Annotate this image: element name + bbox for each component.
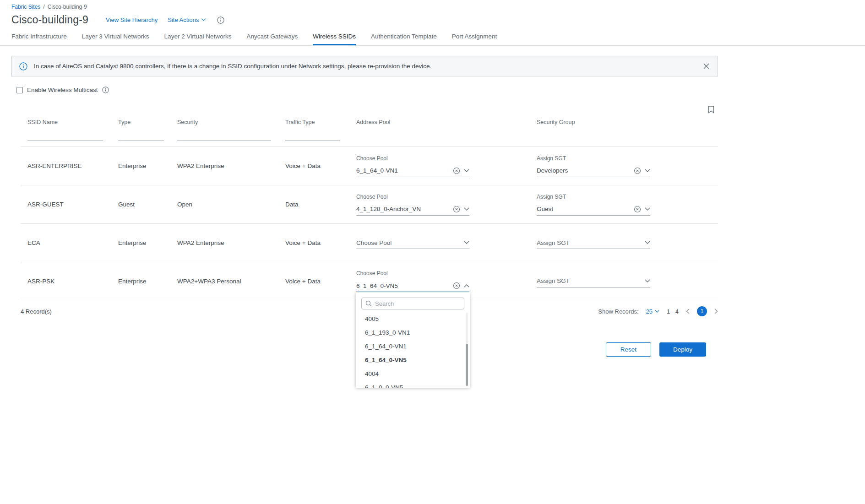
title-row: Cisco-building-9 View Site Hierarchy Sit… (11, 14, 865, 26)
address-pool-cell: Choose Pool 4_1_128_0-Anchor_VN (356, 185, 537, 223)
security-group-select[interactable]: Developers (537, 165, 650, 177)
chevron-up-icon (464, 284, 469, 287)
security-group-cell: Assign SGT Guest (537, 185, 718, 223)
table-body: ASR-ENTERPRISE Enterprise WPA2 Enterpris… (21, 146, 718, 300)
bookmark-icon[interactable] (708, 106, 714, 115)
clear-icon[interactable] (453, 206, 460, 213)
ssid-name-cell: ASR-ENTERPRISE (21, 163, 118, 169)
column-header-traffic-type: Traffic Type (285, 119, 356, 132)
pool-option-selected[interactable]: 6_1_64_0-VN5 (356, 353, 470, 367)
security-group-placeholder: Assign SGT (537, 277, 645, 284)
clear-icon[interactable] (634, 167, 641, 174)
security-group-select[interactable]: Assign SGT (537, 275, 650, 287)
site-actions-menu[interactable]: Site Actions (168, 16, 206, 23)
address-pool-select[interactable]: Choose Pool (356, 237, 469, 249)
security-group-select[interactable]: Assign SGT (537, 237, 650, 249)
reset-button[interactable]: Reset (606, 342, 651, 357)
table-header-row: SSID Name Type Security Traffic Type Add… (21, 119, 718, 132)
chevron-down-icon (645, 169, 650, 173)
type-cell: Guest (118, 201, 177, 208)
clear-icon[interactable] (634, 206, 641, 213)
tab-wireless-ssids[interactable]: Wireless SSIDs (313, 29, 356, 45)
column-header-security-group: Security Group (537, 119, 718, 132)
security-group-cell: Assign SGT (537, 262, 718, 300)
page-size-value: 25 (646, 308, 653, 315)
dropdown-search-input[interactable] (375, 300, 460, 307)
address-pool-value: 6_1_64_0-VN5 (356, 282, 453, 289)
clear-icon[interactable] (453, 167, 460, 174)
wireless-multicast-row: Enable Wireless Multicast (16, 87, 865, 93)
table-filter-row (21, 132, 718, 146)
choose-pool-label: Choose Pool (356, 194, 537, 200)
action-buttons: Reset Deploy (0, 342, 706, 357)
filter-type-input[interactable] (118, 132, 164, 141)
column-header-security: Security (177, 119, 285, 132)
address-pool-select[interactable]: 6_1_64_0-VN5 (356, 280, 469, 292)
security-group-value: Developers (537, 167, 634, 174)
chevron-down-icon (655, 310, 659, 313)
pool-options-list: 4005 6_1_193_0-VN1 6_1_64_0-VN1 6_1_64_0… (356, 312, 470, 388)
address-pool-cell: Choose Pool (356, 224, 537, 262)
breadcrumb-current: Cisco-building-9 (48, 4, 87, 10)
pool-option[interactable]: 6_1_0_0-VN5 (356, 381, 470, 388)
assign-sgt-label: Assign SGT (537, 155, 718, 162)
choose-pool-label: Choose Pool (356, 270, 537, 276)
page-size-select[interactable]: 25 (646, 308, 659, 315)
clear-icon[interactable] (453, 282, 460, 289)
view-site-hierarchy-link[interactable]: View Site Hierarchy (106, 16, 158, 23)
next-page-icon[interactable] (714, 309, 718, 314)
tab-bar: Fabric Infrastructure Layer 3 Virtual Ne… (0, 29, 865, 46)
tab-layer3-virtual-networks[interactable]: Layer 3 Virtual Networks (82, 29, 149, 45)
table-row: ASR-PSK Enterprise WPA2+WPA3 Personal Vo… (21, 262, 718, 300)
ssid-name-cell: ECA (21, 239, 118, 246)
ssid-table: SSID Name Type Security Traffic Type Add… (21, 119, 718, 300)
filter-traffic-type-input[interactable] (285, 132, 340, 141)
security-group-select[interactable]: Guest (537, 203, 650, 216)
security-group-placeholder: Assign SGT (537, 239, 645, 246)
chevron-down-icon (645, 279, 650, 283)
tab-fabric-infrastructure[interactable]: Fabric Infrastructure (11, 29, 67, 45)
current-page-button[interactable]: 1 (697, 306, 707, 316)
security-group-cell: Assign SGT Developers (537, 147, 718, 185)
previous-page-icon[interactable] (686, 309, 690, 314)
enable-wireless-multicast-checkbox[interactable] (16, 87, 23, 93)
tab-anycast-gateways[interactable]: Anycast Gateways (246, 29, 298, 45)
chevron-down-icon (645, 241, 650, 244)
assign-sgt-label: Assign SGT (537, 194, 718, 200)
chevron-down-icon (464, 207, 469, 211)
security-cell: WPA2+WPA3 Personal (177, 278, 285, 285)
chevron-down-icon (464, 241, 469, 244)
column-header-type: Type (118, 119, 177, 132)
filter-ssid-name-input[interactable] (27, 132, 103, 141)
tab-authentication-template[interactable]: Authentication Template (371, 29, 437, 45)
scrollbar-thumb[interactable] (466, 344, 468, 386)
table-row: ASR-GUEST Guest Open Data Choose Pool 4_… (21, 185, 718, 223)
pool-option[interactable]: 6_1_193_0-VN1 (356, 326, 470, 340)
banner-close-icon[interactable] (702, 61, 711, 71)
ssid-name-cell: ASR-GUEST (21, 201, 118, 208)
tab-layer2-virtual-networks[interactable]: Layer 2 Virtual Networks (164, 29, 232, 45)
site-actions-label: Site Actions (168, 16, 199, 23)
security-cell: WPA2 Enterprise (177, 163, 285, 169)
page-info-icon[interactable] (217, 16, 224, 24)
multicast-info-icon[interactable] (102, 87, 109, 93)
address-pool-combobox: 6_1_64_0-VN5 4005 6_1_193_0 (356, 280, 469, 292)
address-pool-select[interactable]: 4_1_128_0-Anchor_VN (356, 203, 469, 216)
pool-option[interactable]: 6_1_64_0-VN1 (356, 340, 470, 353)
deploy-button[interactable]: Deploy (659, 342, 706, 357)
pool-option[interactable]: 4004 (356, 367, 470, 381)
show-records-label: Show Records: (598, 308, 638, 315)
address-pool-select[interactable]: 6_1_64_0-VN1 (356, 165, 469, 177)
address-pool-cell: Choose Pool 6_1_64_0-VN5 (356, 262, 537, 300)
type-cell: Enterprise (118, 163, 177, 169)
traffic-type-cell: Voice + Data (285, 163, 356, 169)
pool-option[interactable]: 4005 (356, 312, 470, 326)
traffic-type-cell: Data (285, 201, 356, 208)
type-cell: Enterprise (118, 239, 177, 246)
type-cell: Enterprise (118, 278, 177, 285)
breadcrumb-fabric-sites-link[interactable]: Fabric Sites (11, 4, 40, 10)
filter-security-input[interactable] (177, 132, 271, 141)
tab-port-assignment[interactable]: Port Assignment (452, 29, 497, 45)
search-icon (365, 300, 372, 307)
breadcrumb: Fabric Sites / Cisco-building-9 (11, 4, 865, 10)
